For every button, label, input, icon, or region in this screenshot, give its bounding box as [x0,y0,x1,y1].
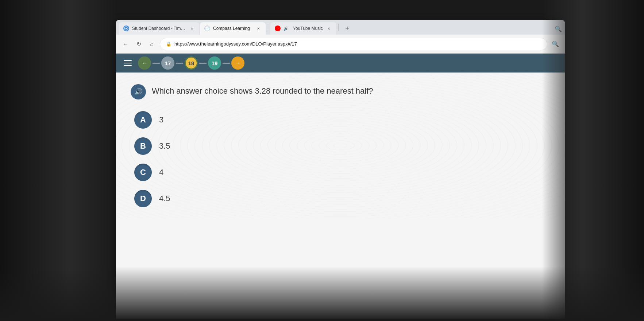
option-a[interactable]: A 3 [134,111,550,129]
connector-1 [153,63,160,64]
question-nav: ← 17 18 19 → [138,56,244,70]
tab-favicon-youtube [275,26,281,31]
option-d-value: 4.5 [159,194,170,203]
home-button[interactable]: ⌂ [147,39,157,49]
tab-youtube-close[interactable]: ✕ [326,26,332,31]
quiz-area: 🔊 Which answer choice shows 3.28 rounded… [116,73,565,218]
option-c[interactable]: C 4 [134,164,550,181]
tab-favicon-compass: 📄 [204,26,210,31]
speaker-icon: 🔊 [134,88,142,96]
connector-4 [223,63,230,64]
svg-point-4 [277,28,278,29]
option-b-value: 3.5 [159,141,170,151]
question-18-nav[interactable]: 18 [185,56,198,70]
option-d[interactable]: D 4.5 [134,190,550,207]
tab-time4learn-close[interactable]: ✕ [189,26,195,31]
option-a-value: 3 [159,115,163,125]
answer-options: A 3 B 3.5 C 4 [131,111,550,207]
back-button[interactable]: ← [120,39,131,49]
tab-separator [268,24,268,31]
address-bar: ← ↻ ⌂ 🔒 https://www.thelearningodyssey.c… [116,35,565,54]
question-19-nav[interactable]: 19 [208,56,221,70]
question-row: 🔊 Which answer choice shows 3.28 rounded… [131,83,550,99]
tab-compass-close[interactable]: ✕ [255,26,261,31]
tab-favicon-time4learn [123,26,129,31]
nav-toolbar: ← 17 18 19 → [116,54,565,73]
speaker-button[interactable]: 🔊 [131,84,146,99]
vignette-bottom [0,266,644,321]
hamburger-line-1 [124,60,132,61]
option-d-circle: D [134,190,152,207]
address-input-wrap[interactable]: 🔒 https://www.thelearningodyssey.com/DLO… [160,38,547,50]
option-b[interactable]: B 3.5 [134,137,550,155]
option-c-circle: C [134,164,152,181]
connector-3 [199,63,207,64]
hamburger-line-2 [124,63,132,63]
refresh-button[interactable]: ↻ [134,39,144,49]
connector-2 [176,63,183,64]
prev-question-button[interactable]: ← [138,56,151,70]
tab-compass-label: Compass Learning [213,26,252,31]
tab-youtube-audio-icon: 🔊 [284,26,289,31]
tab-bar: Student Dashboard - Time4Learn ✕ 📄 Compa… [116,20,565,35]
new-tab-button[interactable]: + [342,23,352,34]
tab-youtube-label: YouTube Music [293,26,323,31]
tab-compass[interactable]: 📄 Compass Learning ✕ [200,22,266,35]
option-a-circle: A [134,111,152,129]
svg-point-1 [126,28,127,29]
question-text: Which answer choice shows 3.28 rounded t… [152,83,373,97]
tab-time4learn[interactable]: Student Dashboard - Time4Learn ✕ [119,22,199,35]
hamburger-line-3 [124,65,132,66]
tab-time4learn-label: Student Dashboard - Time4Learn [132,26,186,31]
tab-youtube[interactable]: 🔊 YouTube Music ✕ [270,22,336,35]
lock-icon: 🔒 [166,42,171,47]
option-c-value: 4 [159,168,163,177]
option-b-circle: B [134,137,152,155]
tab-separator-2 [338,24,339,31]
address-text: https://www.thelearningodyssey.com/DLO/P… [174,41,541,47]
next-question-button[interactable]: → [231,56,244,70]
hamburger-menu[interactable] [122,57,134,69]
question-17-nav[interactable]: 17 [161,56,174,70]
